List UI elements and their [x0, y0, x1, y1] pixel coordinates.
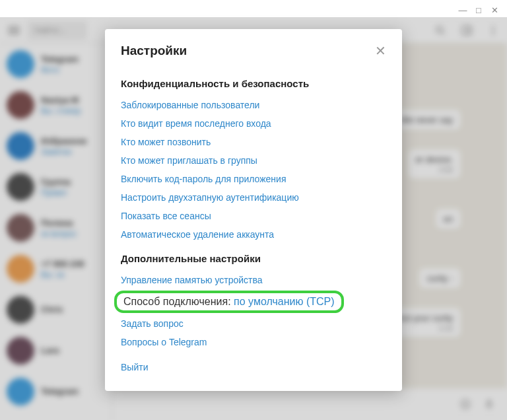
maximize-button[interactable]: □ — [474, 5, 483, 15]
link-passcode[interactable]: Включить код-пароль для приложения — [121, 170, 386, 188]
link-two-step[interactable]: Настроить двухэтапную аутентификацию — [121, 188, 386, 207]
close-icon[interactable]: ✕ — [375, 44, 386, 57]
minimize-button[interactable]: — — [458, 5, 467, 15]
connection-label: Способ подключения: — [123, 296, 234, 307]
link-sessions[interactable]: Показать все сеансы — [121, 207, 386, 225]
link-auto-delete[interactable]: Автоматическое удаление аккаунта — [121, 225, 386, 244]
settings-section-privacy: Конфиденциальность и безопасность Заблок… — [105, 78, 402, 244]
link-last-seen[interactable]: Кто видит время последнего входа — [121, 114, 386, 133]
connection-value: по умолчанию (TCP) — [234, 296, 334, 307]
link-who-can-invite[interactable]: Кто может приглашать в группы — [121, 151, 386, 170]
modal-title: Настройки — [121, 44, 187, 58]
window-controls: — □ ✕ — [450, 0, 507, 20]
link-blocked-users[interactable]: Заблокированные пользователи — [121, 96, 386, 114]
link-who-can-call[interactable]: Кто может позвонить — [121, 133, 386, 151]
link-connection-type[interactable]: Способ подключения: по умолчанию (TCP) — [114, 291, 344, 313]
section-title: Конфиденциальность и безопасность — [121, 78, 386, 89]
link-logout[interactable]: Выйти — [121, 358, 386, 376]
link-memory[interactable]: Управление памятью устройства — [121, 271, 386, 289]
window-close-button[interactable]: ✕ — [490, 5, 499, 15]
link-ask-question[interactable]: Задать вопрос — [121, 314, 386, 333]
settings-section-advanced: Дополнительные настройки Управление памя… — [105, 253, 402, 376]
settings-modal: Настройки ✕ Конфиденциальность и безопас… — [105, 29, 402, 391]
section-title: Дополнительные настройки — [121, 253, 386, 264]
link-faq[interactable]: Вопросы о Telegram — [121, 333, 386, 351]
